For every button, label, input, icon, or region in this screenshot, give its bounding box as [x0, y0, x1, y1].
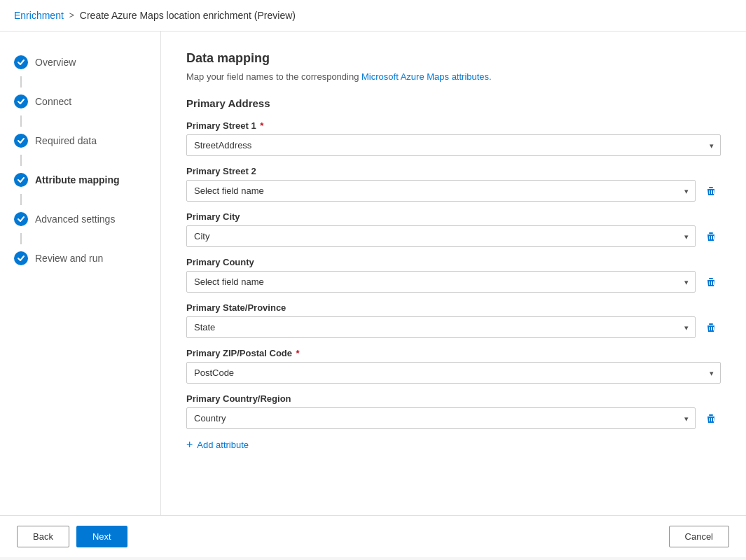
select-wrapper-primary-county: Select field name▾ [186, 271, 696, 293]
delete-button-primary-country[interactable] [701, 409, 721, 428]
sidebar-label-review-and-run: Review and run [35, 253, 103, 264]
footer: Back Next Cancel [0, 515, 746, 557]
sidebar-label-connect: Connect [35, 96, 71, 107]
header: Enrichment > Create Azure Maps location … [0, 0, 746, 31]
plus-icon: + [186, 439, 193, 450]
add-attribute-button[interactable]: + Add attribute [186, 439, 721, 450]
required-marker-primary-street-1: * [258, 120, 264, 131]
section-title: Data mapping [186, 51, 721, 66]
add-attribute-label: Add attribute [197, 440, 249, 450]
field-label-primary-street-1: Primary Street 1 * [186, 120, 721, 131]
select-wrapper-primary-street-2: Select field name▾ [186, 180, 696, 202]
sidebar-item-advanced-settings[interactable]: Advanced settings [0, 205, 160, 233]
check-icon-connect [14, 94, 28, 108]
desc-text: Map your field names to the correspondin… [186, 71, 361, 82]
breadcrumb-separator: > [69, 10, 74, 20]
select-primary-county[interactable]: Select field name [186, 271, 696, 293]
check-icon-overview [14, 55, 28, 69]
sidebar-label-advanced-settings: Advanced settings [35, 214, 115, 225]
delete-button-primary-street-2[interactable] [701, 181, 721, 201]
select-wrapper-primary-zip: PostCodeSelect field name▾ [186, 362, 721, 384]
desc-end: . [489, 71, 492, 82]
delete-button-primary-state[interactable] [701, 318, 721, 337]
subsection-title: Primary Address [186, 97, 721, 109]
field-group-primary-state: Primary State/ProvinceStateSelect field … [186, 302, 721, 338]
check-icon-required-data [14, 134, 28, 148]
sidebar-label-attribute-mapping: Attribute mapping [35, 174, 120, 186]
azure-maps-link[interactable]: Microsoft Azure Maps attributes [361, 71, 489, 82]
sidebar-item-attribute-mapping[interactable]: Attribute mapping [0, 166, 160, 194]
sidebar: OverviewConnectRequired dataAttribute ma… [0, 31, 161, 515]
select-primary-country[interactable]: CountrySelect field name [186, 407, 696, 429]
sidebar-item-required-data[interactable]: Required data [0, 127, 160, 155]
field-label-primary-street-2: Primary Street 2 [186, 166, 721, 176]
next-button[interactable]: Next [76, 526, 127, 547]
field-group-primary-zip: Primary ZIP/Postal Code *PostCodeSelect … [186, 348, 721, 384]
select-primary-state[interactable]: StateSelect field name [186, 316, 696, 338]
check-icon-attribute-mapping [14, 173, 28, 187]
delete-button-primary-city[interactable] [701, 227, 721, 246]
section-description: Map your field names to the correspondin… [186, 71, 721, 82]
field-group-primary-country: Primary Country/RegionCountrySelect fiel… [186, 393, 721, 429]
check-icon-review-and-run [14, 251, 28, 265]
back-button[interactable]: Back [17, 526, 69, 547]
field-label-primary-state: Primary State/Province [186, 302, 721, 313]
select-primary-street-2[interactable]: Select field name [186, 180, 696, 202]
sidebar-item-connect[interactable]: Connect [0, 88, 160, 115]
select-wrapper-primary-street-1: StreetAddressSelect field name▾ [186, 134, 721, 156]
sidebar-item-overview[interactable]: Overview [0, 48, 160, 76]
breadcrumb-current: Create Azure Maps location enrichment (P… [80, 10, 296, 21]
check-icon-advanced-settings [14, 212, 28, 226]
select-wrapper-primary-city: CitySelect field name▾ [186, 225, 696, 247]
field-label-primary-zip: Primary ZIP/Postal Code * [186, 348, 721, 358]
field-label-primary-county: Primary County [186, 257, 721, 267]
select-primary-street-1[interactable]: StreetAddressSelect field name [186, 134, 721, 156]
cancel-button[interactable]: Cancel [669, 526, 729, 547]
select-wrapper-primary-state: StateSelect field name▾ [186, 316, 696, 338]
breadcrumb-parent[interactable]: Enrichment [14, 10, 64, 21]
delete-button-primary-county[interactable] [701, 272, 721, 292]
field-group-primary-county: Primary CountySelect field name▾ [186, 257, 721, 293]
sidebar-label-overview: Overview [35, 57, 76, 68]
select-primary-city[interactable]: CitySelect field name [186, 225, 696, 247]
field-group-primary-street-2: Primary Street 2Select field name▾ [186, 166, 721, 202]
field-group-primary-street-1: Primary Street 1 *StreetAddressSelect fi… [186, 120, 721, 156]
select-primary-zip[interactable]: PostCodeSelect field name [186, 362, 721, 384]
sidebar-item-review-and-run[interactable]: Review and run [0, 244, 160, 272]
field-label-primary-country: Primary Country/Region [186, 393, 721, 404]
field-group-primary-city: Primary CityCitySelect field name▾ [186, 211, 721, 247]
field-label-primary-city: Primary City [186, 211, 721, 222]
select-wrapper-primary-country: CountrySelect field name▾ [186, 407, 696, 429]
required-marker-primary-zip: * [293, 348, 300, 358]
sidebar-label-required-data: Required data [35, 135, 97, 146]
main-content: Data mapping Map your field names to the… [161, 31, 746, 515]
